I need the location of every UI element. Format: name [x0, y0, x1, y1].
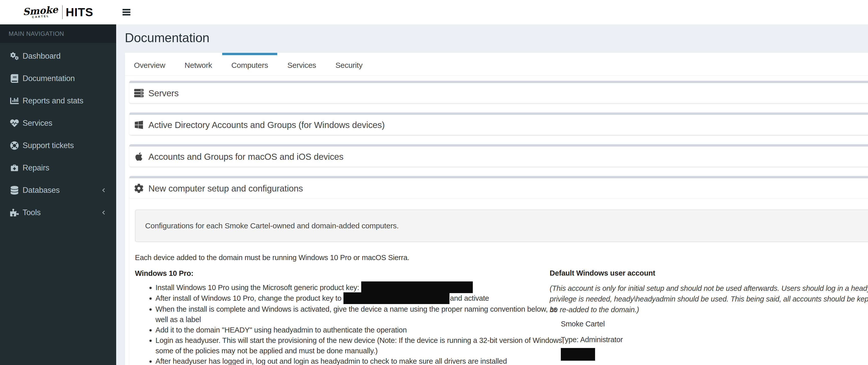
app-logo[interactable]: Smoke CARTEL HITS: [0, 0, 116, 24]
tab-services[interactable]: Services: [278, 53, 325, 75]
setup-step-2: After install of Windows 10 Pro, change …: [155, 293, 550, 304]
note-line: privilege is needed, heady\headyadmin sh…: [550, 293, 868, 304]
default-account-column: Default Windows user account (This accou…: [550, 252, 868, 365]
sidebar-menu: Dashboard Documentation Reports and stat…: [0, 43, 116, 224]
hamburger-bar: [123, 9, 130, 10]
sidebar-item-label: Support tickets: [23, 141, 74, 150]
redacted-product-key: [361, 281, 473, 293]
sidebar-item-label: Dashboard: [23, 52, 61, 61]
setup-step-6: After headyuser has logged in, log out a…: [155, 356, 550, 365]
brand-script-text: Smoke: [23, 5, 58, 16]
panel-title: New computer setup and configurations: [148, 184, 303, 194]
page-title: Documentation: [125, 30, 868, 45]
sidebar-item-reports[interactable]: Reports and stats: [0, 90, 116, 112]
sidebar-toggle-hamburger-icon[interactable]: [123, 7, 133, 17]
panel-new-computer-setup-header[interactable]: New computer setup and configurations: [129, 178, 868, 198]
smoke-cartel-logo: Smoke CARTEL: [23, 5, 59, 19]
sidebar-item-label: Databases: [23, 186, 60, 195]
panel-new-computer-setup: New computer setup and configurations Co…: [129, 176, 868, 365]
sidebar: MAIN NAVIGATION Dashboard Documentation …: [0, 24, 116, 365]
tab-computers[interactable]: Computers: [222, 53, 277, 75]
sidebar-item-label: Repairs: [23, 163, 49, 172]
panel-macos-accounts: Accounts and Groups for macOS and iOS de…: [129, 144, 868, 167]
brand-main-text: HITS: [66, 5, 93, 19]
medkit-icon: [9, 164, 20, 172]
redacted-password: [561, 348, 595, 361]
sidebar-item-label: Documentation: [23, 74, 75, 83]
redacted-product-key: [343, 292, 450, 304]
database-icon: [9, 186, 20, 195]
tab-network[interactable]: Network: [175, 53, 221, 75]
chevron-left-icon: [101, 210, 106, 216]
sidebar-section-label: MAIN NAVIGATION: [0, 24, 116, 43]
main-content: Documentation Overview Network Computers…: [116, 24, 868, 365]
step-text: and activate: [450, 294, 489, 302]
windows-10-pro-heading: Windows 10 Pro:: [135, 268, 550, 279]
panel-title: Servers: [148, 88, 179, 98]
sidebar-item-support-tickets[interactable]: Support tickets: [0, 134, 116, 157]
content-header: Documentation: [116, 24, 868, 45]
brand-divider: [62, 5, 63, 19]
panel-title: Accounts and Groups for macOS and iOS de…: [148, 152, 343, 162]
book-icon: [9, 74, 20, 83]
note-line: (This account is only for initial setup …: [550, 283, 868, 293]
windows-setup-column: Each device added to the domain must be …: [135, 252, 550, 365]
panel-title: Active Directory Accounts and Groups (fo…: [148, 120, 385, 130]
panel-active-directory: Active Directory Accounts and Groups (fo…: [129, 113, 868, 135]
hamburger-bar: [123, 14, 130, 16]
tab-overview[interactable]: Overview: [125, 53, 174, 75]
setup-columns: Each device added to the domain must be …: [135, 252, 868, 365]
panel-active-directory-header[interactable]: Active Directory Accounts and Groups (fo…: [129, 115, 868, 135]
default-account-note: (This account is only for initial setup …: [550, 283, 868, 315]
panel-servers: Servers: [129, 81, 868, 103]
step-text: Install Windows 10 Pro using the Microso…: [155, 283, 361, 291]
apple-icon: [134, 152, 144, 161]
setup-step-4: Add it to the domain "HEADY" using heady…: [155, 325, 550, 335]
step-text: After install of Windows 10 Pro, change …: [155, 294, 343, 302]
sidebar-item-label: Services: [23, 119, 52, 128]
device-requirement-text: Each device added to the domain must be …: [135, 252, 550, 263]
server-icon: [134, 88, 144, 98]
setup-step-1: Install Windows 10 Pro using the Microso…: [155, 282, 550, 293]
chevron-left-icon: [101, 188, 106, 193]
tab-content-computers: Servers Active Directory Accounts and Gr…: [125, 76, 868, 365]
sidebar-item-dashboard[interactable]: Dashboard: [0, 45, 116, 67]
account-name: Smoke Cartel: [561, 318, 868, 329]
sidebar-item-label: Reports and stats: [23, 96, 84, 105]
default-account-heading: Default Windows user account: [550, 268, 868, 278]
brand: Smoke CARTEL HITS: [23, 5, 93, 19]
config-callout: Configurations for each Smoke Cartel-own…: [135, 209, 868, 242]
tab-bar: Overview Network Computers Services Secu…: [125, 53, 868, 76]
puzzle-icon: [9, 208, 20, 217]
gears-icon: [9, 52, 20, 60]
panel-servers-header[interactable]: Servers: [129, 83, 868, 103]
sidebar-item-label: Tools: [23, 208, 40, 217]
config-callout-text: Configurations for each Smoke Cartel-own…: [145, 222, 399, 230]
bar-chart-icon: [9, 96, 20, 105]
heartbeat-icon: [9, 119, 20, 128]
hamburger-bar: [123, 11, 130, 13]
sidebar-item-databases[interactable]: Databases: [0, 179, 116, 201]
note-line: be re-added to the domain.): [550, 304, 868, 315]
documentation-tab-container: Overview Network Computers Services Secu…: [125, 53, 868, 365]
setup-step-3: When the install is complete and Windows…: [155, 304, 550, 325]
panel-macos-accounts-header[interactable]: Accounts and Groups for macOS and iOS de…: [129, 146, 868, 167]
panel-new-computer-setup-body: Configurations for each Smoke Cartel-own…: [129, 198, 868, 365]
setup-step-5: Login as headyuser. This will start the …: [155, 335, 550, 356]
cog-icon: [134, 184, 144, 193]
life-ring-icon: [9, 141, 20, 150]
windows-icon: [134, 120, 144, 130]
sidebar-item-tools[interactable]: Tools: [0, 201, 116, 224]
top-header: Smoke CARTEL HITS: [0, 0, 868, 24]
sidebar-item-documentation[interactable]: Documentation: [0, 67, 116, 90]
tab-security[interactable]: Security: [326, 53, 372, 75]
account-type: Type: Administrator: [561, 334, 868, 345]
sidebar-item-services[interactable]: Services: [0, 112, 116, 134]
sidebar-item-repairs[interactable]: Repairs: [0, 157, 116, 179]
windows-setup-steps: Install Windows 10 Pro using the Microso…: [135, 282, 550, 365]
